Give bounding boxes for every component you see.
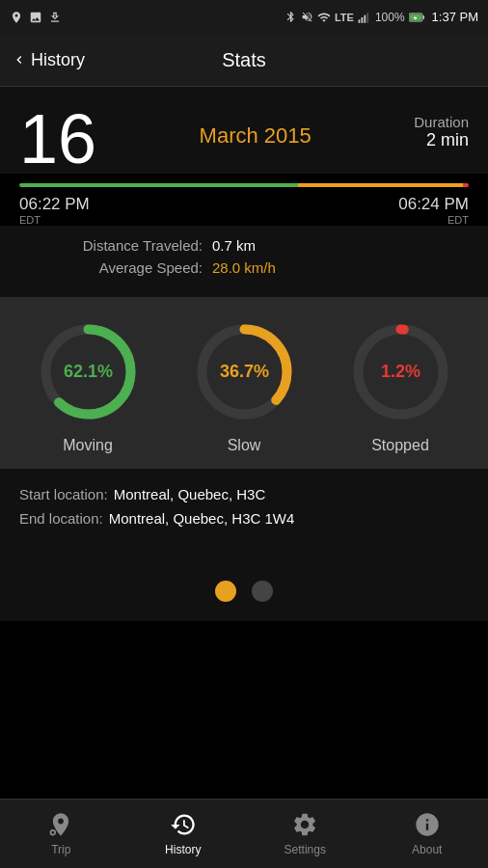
svg-rect-0 bbox=[358, 19, 360, 23]
circles-section: 62.1% Moving 36.7% Slow 1.2% Stopped bbox=[0, 297, 488, 469]
duration-label: Duration bbox=[414, 114, 469, 130]
signal-icon bbox=[358, 11, 371, 24]
distance-label: Distance Traveled: bbox=[19, 237, 203, 254]
image-icon bbox=[29, 11, 42, 24]
location-section: Start location: Montreal, Quebec, H3C En… bbox=[0, 469, 488, 552]
nav-item-about[interactable]: About bbox=[366, 800, 489, 868]
start-tz: EDT bbox=[19, 214, 90, 226]
speed-label: Average Speed: bbox=[19, 259, 203, 276]
gauge-slow: 36.7% bbox=[189, 316, 300, 427]
date-section: 16 March 2015 Duration 2 min bbox=[0, 87, 488, 174]
distance-value: 0.7 km bbox=[212, 237, 256, 254]
trip-icon bbox=[47, 811, 74, 838]
end-location-value: Montreal, Quebec, H3C 1W4 bbox=[109, 510, 295, 527]
circle-moving: 62.1% Moving bbox=[33, 316, 144, 454]
circle-slow-label: Slow bbox=[228, 437, 261, 454]
speed-row: Average Speed: 28.0 km/h bbox=[19, 259, 469, 276]
nav-item-history[interactable]: History bbox=[122, 800, 245, 868]
circle-stopped-label: Stopped bbox=[371, 437, 429, 454]
about-icon bbox=[414, 811, 441, 838]
nav-item-settings[interactable]: Settings bbox=[244, 800, 366, 868]
start-location-label: Start location: bbox=[19, 486, 108, 502]
duration-block: Duration 2 min bbox=[414, 114, 469, 150]
svg-rect-5 bbox=[422, 15, 423, 19]
bluetooth-icon bbox=[285, 11, 297, 23]
svg-rect-2 bbox=[364, 14, 366, 22]
svg-point-16 bbox=[51, 830, 56, 835]
start-location-row: Start location: Montreal, Quebec, H3C bbox=[19, 486, 469, 502]
gauge-moving: 62.1% bbox=[33, 316, 144, 427]
dot-1[interactable] bbox=[215, 581, 236, 602]
time-row: 06:22 PM EDT 06:24 PM EDT bbox=[0, 187, 488, 226]
settings-icon bbox=[291, 811, 318, 838]
progress-slow bbox=[298, 183, 463, 187]
history-icon bbox=[170, 811, 197, 838]
circle-stopped: 1.2% Stopped bbox=[345, 316, 456, 454]
nav-history-label: History bbox=[165, 843, 201, 856]
lte-label: LTE bbox=[335, 12, 354, 23]
duration-value: 2 min bbox=[414, 130, 469, 150]
end-time: 06:24 PM bbox=[398, 195, 469, 214]
pagination bbox=[0, 552, 488, 621]
distance-row: Distance Traveled: 0.7 km bbox=[19, 237, 469, 254]
status-bar: LTE 100% 1:37 PM bbox=[0, 0, 488, 34]
status-icons-right: LTE 100% 1:37 PM bbox=[285, 10, 478, 24]
start-location-value: Montreal, Quebec, H3C bbox=[114, 486, 266, 502]
month-year: March 2015 bbox=[200, 123, 312, 149]
stats-section: Distance Traveled: 0.7 km Average Speed:… bbox=[0, 226, 488, 297]
app-header: History Stats bbox=[0, 34, 488, 87]
bottom-nav: Trip History Settings About bbox=[0, 799, 488, 868]
progress-bar bbox=[19, 183, 469, 187]
nav-settings-label: Settings bbox=[285, 843, 326, 856]
speed-value: 28.0 km/h bbox=[212, 259, 276, 276]
end-time-block: 06:24 PM EDT bbox=[398, 195, 469, 226]
nav-trip-label: Trip bbox=[51, 843, 70, 856]
mute-icon bbox=[301, 11, 313, 23]
battery-text: 100% bbox=[375, 11, 405, 24]
end-location-label: End location: bbox=[19, 510, 103, 527]
svg-rect-3 bbox=[366, 13, 368, 22]
end-location-row: End location: Montreal, Quebec, H3C 1W4 bbox=[19, 510, 469, 527]
circle-moving-label: Moving bbox=[63, 437, 113, 454]
circle-slow: 36.7% Slow bbox=[189, 316, 300, 454]
end-tz: EDT bbox=[398, 214, 469, 226]
back-button[interactable]: History bbox=[12, 50, 85, 70]
nav-item-trip[interactable]: Trip bbox=[0, 800, 122, 868]
back-label: History bbox=[31, 50, 85, 70]
start-time: 06:22 PM bbox=[19, 195, 90, 214]
dot-2[interactable] bbox=[252, 581, 273, 602]
svg-text:36.7%: 36.7% bbox=[219, 362, 268, 381]
location-icon bbox=[10, 11, 23, 24]
wifi-icon bbox=[317, 11, 331, 24]
gauge-stopped: 1.2% bbox=[345, 316, 456, 427]
start-time-block: 06:22 PM EDT bbox=[19, 195, 90, 226]
svg-text:1.2%: 1.2% bbox=[380, 362, 420, 381]
download-icon bbox=[48, 11, 62, 24]
svg-rect-1 bbox=[361, 17, 363, 23]
status-icons-left bbox=[10, 11, 62, 24]
day-number: 16 bbox=[19, 104, 96, 174]
svg-text:62.1%: 62.1% bbox=[63, 362, 112, 381]
header-title: Stats bbox=[222, 49, 266, 71]
back-chevron-icon bbox=[12, 52, 27, 68]
progress-moving bbox=[19, 183, 298, 187]
nav-about-label: About bbox=[412, 843, 442, 856]
battery-icon bbox=[409, 13, 424, 22]
status-time: 1:37 PM bbox=[432, 10, 478, 24]
progress-stopped bbox=[463, 183, 469, 187]
